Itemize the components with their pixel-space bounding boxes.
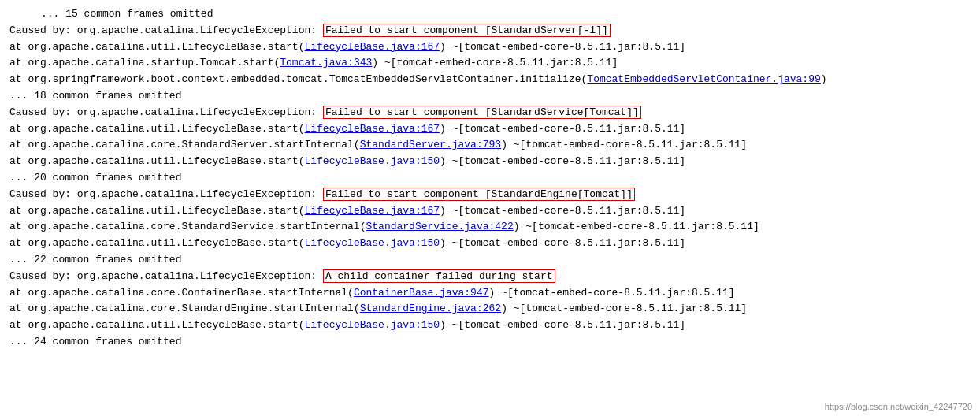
exception-highlight: A child container failed during start <box>323 269 555 283</box>
at-prefix: at org.apache.catalina.startup.Tomcat.st… <box>9 57 280 69</box>
log-line: at org.apache.catalina.core.StandardServ… <box>9 137 971 154</box>
log-line: at org.apache.catalina.util.LifecycleBas… <box>9 121 971 138</box>
at-prefix: at org.apache.catalina.util.LifecycleBas… <box>9 155 304 167</box>
log-line: ... 22 common frames omitted <box>9 252 971 269</box>
log-line: at org.apache.catalina.startup.Tomcat.st… <box>9 55 971 72</box>
caused-by-prefix: Caused by: org.apache.catalina.Lifecycle… <box>9 270 323 282</box>
exception-highlight: Failed to start component [StandardServi… <box>323 106 641 119</box>
at-prefix: at org.apache.catalina.util.LifecycleBas… <box>9 319 304 331</box>
log-line: ... 24 common frames omitted <box>9 334 971 351</box>
log-line: at org.springframework.boot.context.embe… <box>9 72 971 88</box>
at-prefix: at org.springframework.boot.context.embe… <box>9 73 587 85</box>
caused-by-prefix: Caused by: org.apache.catalina.Lifecycle… <box>9 24 323 36</box>
log-line: at org.apache.catalina.util.LifecycleBas… <box>9 318 971 334</box>
at-suffix: ) ~[tomcat-embed-core-8.5.11.jar:8.5.11] <box>489 287 735 299</box>
at-prefix: at org.apache.catalina.util.LifecycleBas… <box>9 237 304 249</box>
stack-link[interactable]: Tomcat.java:343 <box>280 57 372 69</box>
stack-link[interactable]: LifecycleBase.java:150 <box>304 237 440 249</box>
at-prefix: at org.apache.catalina.util.LifecycleBas… <box>9 41 304 53</box>
stack-link[interactable]: LifecycleBase.java:167 <box>304 205 440 217</box>
stack-link[interactable]: TomcatEmbeddedServletContainer.java:99 <box>587 73 820 85</box>
log-line: Caused by: org.apache.catalina.Lifecycle… <box>9 23 971 39</box>
at-prefix: at org.apache.catalina.core.StandardServ… <box>9 139 360 150</box>
stack-link[interactable]: LifecycleBase.java:150 <box>304 155 440 167</box>
log-line: at org.apache.catalina.util.LifecycleBas… <box>9 39 971 56</box>
log-line: at org.apache.catalina.core.ContainerBas… <box>9 285 971 302</box>
at-suffix: ) ~[tomcat-embed-core-8.5.11.jar:8.5.11] <box>440 41 685 53</box>
log-line: Caused by: org.apache.catalina.Lifecycle… <box>9 105 971 121</box>
at-suffix: ) ~[tomcat-embed-core-8.5.11.jar:8.5.11] <box>372 57 618 69</box>
caused-by-prefix: Caused by: org.apache.catalina.Lifecycle… <box>9 188 323 200</box>
stack-link[interactable]: ContainerBase.java:947 <box>354 287 489 299</box>
at-suffix: ) <box>821 73 827 85</box>
stack-link[interactable]: StandardService.java:422 <box>366 221 513 232</box>
at-suffix: ) ~[tomcat-embed-core-8.5.11.jar:8.5.11] <box>440 237 685 249</box>
at-prefix: at org.apache.catalina.core.ContainerBas… <box>9 287 354 299</box>
at-prefix: at org.apache.catalina.util.LifecycleBas… <box>9 205 304 217</box>
at-prefix: at org.apache.catalina.util.LifecycleBas… <box>9 123 304 135</box>
stack-link[interactable]: LifecycleBase.java:150 <box>304 319 440 331</box>
at-suffix: ) ~[tomcat-embed-core-8.5.11.jar:8.5.11] <box>440 205 685 217</box>
at-suffix: ) ~[tomcat-embed-core-8.5.11.jar:8.5.11] <box>440 319 685 331</box>
caused-by-prefix: Caused by: org.apache.catalina.Lifecycle… <box>9 106 323 118</box>
log-line: ... 20 common frames omitted <box>9 170 971 187</box>
at-suffix: ) ~[tomcat-embed-core-8.5.11.jar:8.5.11] <box>440 155 685 167</box>
exception-highlight: Failed to start component [StandardServe… <box>323 24 611 37</box>
at-suffix: ) ~[tomcat-embed-core-8.5.11.jar:8.5.11] <box>501 139 747 150</box>
at-prefix: at org.apache.catalina.core.StandardEngi… <box>9 303 360 314</box>
log-line: ... 18 common frames omitted <box>9 88 971 105</box>
at-suffix: ) ~[tomcat-embed-core-8.5.11.jar:8.5.11] <box>501 303 747 314</box>
at-suffix: ) ~[tomcat-embed-core-8.5.11.jar:8.5.11] <box>440 123 685 135</box>
log-line: at org.apache.catalina.core.StandardEngi… <box>9 301 971 318</box>
log-line: Caused by: org.apache.catalina.Lifecycle… <box>9 187 971 203</box>
watermark: https://blog.csdn.net/weixin_42247720 <box>825 402 972 411</box>
log-line: Caused by: org.apache.catalina.Lifecycle… <box>9 269 971 285</box>
log-line: at org.apache.catalina.util.LifecycleBas… <box>9 236 971 252</box>
at-prefix: at org.apache.catalina.core.StandardServ… <box>9 221 366 232</box>
stack-link[interactable]: LifecycleBase.java:167 <box>304 41 440 53</box>
stack-link[interactable]: StandardServer.java:793 <box>360 139 501 150</box>
stack-link[interactable]: LifecycleBase.java:167 <box>304 123 440 135</box>
stack-link[interactable]: StandardEngine.java:262 <box>360 303 501 314</box>
log-line: at org.apache.catalina.util.LifecycleBas… <box>9 203 971 220</box>
log-line: at org.apache.catalina.util.LifecycleBas… <box>9 154 971 170</box>
exception-highlight: Failed to start component [StandardEngin… <box>323 188 635 201</box>
log-container: ... 15 common frames omittedCaused by: o… <box>9 6 971 351</box>
at-suffix: ) ~[tomcat-embed-core-8.5.11.jar:8.5.11] <box>514 221 759 232</box>
log-line: ... 15 common frames omitted <box>9 6 971 23</box>
log-line: at org.apache.catalina.core.StandardServ… <box>9 219 971 236</box>
